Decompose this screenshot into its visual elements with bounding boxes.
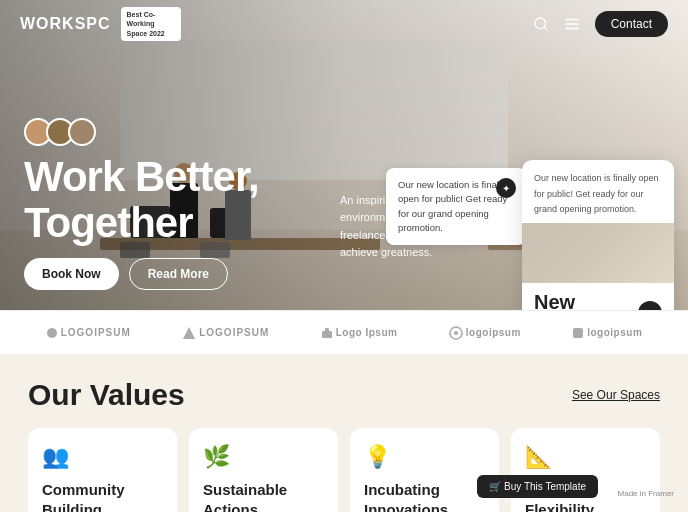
values-cards: 👥 CommunityBuilding 🌿 SustainableActions… — [28, 428, 660, 512]
logo-item: logoipsum — [449, 326, 521, 340]
value-card-title: CommunityBuilding — [42, 480, 163, 512]
hero-section: WORKSPC Best Co-Working Space 2022 Conta… — [0, 0, 688, 310]
logo-item: LOGOIPSUM — [46, 327, 131, 339]
incubating-icon: 💡 — [364, 444, 485, 470]
notification-icon: ✦ — [496, 178, 516, 198]
value-card-sustainable: 🌿 SustainableActions — [189, 428, 338, 512]
svg-line-1 — [544, 27, 547, 30]
svg-rect-10 — [573, 328, 583, 338]
value-card-incubating: 💡 IncubatingInnovations — [350, 428, 499, 512]
svg-point-0 — [535, 18, 546, 29]
value-card-title: IncubatingInnovations — [364, 480, 485, 512]
nav-right: Contact — [533, 11, 668, 37]
svg-point-5 — [47, 328, 57, 338]
svg-point-9 — [454, 331, 458, 335]
logo-text: WORKSPC — [20, 15, 111, 33]
community-icon: 👥 — [42, 444, 163, 470]
values-header: Our Values See Our Spaces — [28, 378, 660, 412]
value-card-community: 👥 CommunityBuilding — [28, 428, 177, 512]
flexibility-icon: 📐 — [525, 444, 646, 470]
book-now-button[interactable]: Book Now — [24, 258, 119, 290]
logo-area: WORKSPC Best Co-Working Space 2022 — [20, 7, 181, 40]
buy-template-button[interactable]: 🛒 Buy This Template — [477, 475, 598, 498]
logos-bar: LOGOIPSUM LOGOIPSUM Logo Ipsum logoipsum… — [0, 310, 688, 354]
search-icon[interactable] — [533, 16, 549, 32]
svg-rect-7 — [325, 328, 329, 332]
see-spaces-link[interactable]: See Our Spaces — [572, 388, 660, 402]
logo-item: LOGOIPSUM — [182, 326, 269, 340]
values-title: Our Values — [28, 378, 185, 412]
value-card-title: SustainableActions — [203, 480, 324, 512]
location-card-image — [522, 223, 674, 283]
hero-headline: Work Better, Together — [24, 154, 259, 246]
read-more-button[interactable]: Read More — [129, 258, 228, 290]
location-arrow-button[interactable]: → — [638, 301, 662, 311]
navbar: WORKSPC Best Co-Working Space 2022 Conta… — [0, 0, 688, 48]
logo-item: Logo Ipsum — [321, 327, 398, 339]
logo-badge: Best Co-Working Space 2022 — [121, 7, 181, 40]
location-card-bottom: New Location → — [522, 283, 674, 311]
made-in-framer: Made in Framer — [618, 489, 674, 498]
hero-content: Work Better, Together Book Now Read More — [24, 118, 259, 290]
avatar-group — [24, 118, 259, 146]
location-card-header: Our new location is finally open for pub… — [522, 160, 674, 223]
sustainable-icon: 🌿 — [203, 444, 324, 470]
svg-rect-6 — [322, 331, 332, 338]
menu-icon[interactable] — [563, 15, 581, 33]
hero-buttons: Book Now Read More — [24, 258, 259, 290]
avatar — [68, 118, 96, 146]
new-location-title: New Location — [534, 291, 617, 311]
logo-item: logoipsum — [572, 327, 642, 339]
contact-button[interactable]: Contact — [595, 11, 668, 37]
value-card-flexibility: 📐 Room forFlexibility — [511, 428, 660, 512]
new-location-card[interactable]: Our new location is finally open for pub… — [522, 160, 674, 310]
notification-bubble: ✦ Our new location is finally open for p… — [386, 168, 526, 245]
